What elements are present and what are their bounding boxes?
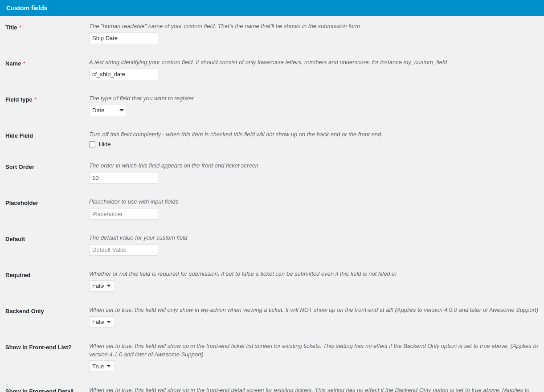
row-show-frontend-list: Show In Front-end List? When set to true… [0,336,544,380]
description-name: A text string identifying your custom fi… [89,58,540,67]
placeholder-input[interactable] [89,208,158,220]
panel-title: Custom fields [6,4,48,12]
custom-fields-form: Title * The "human readable" name of you… [0,16,544,392]
required-select[interactable]: False [89,280,114,292]
row-name: Name * A text string identifying your cu… [0,52,544,88]
default-input[interactable] [89,244,158,256]
description-required: Whether or not this field is required fo… [89,270,540,278]
required-asterisk: * [34,96,37,103]
title-input[interactable] [89,33,158,44]
description-placeholder: Placeholder to use with input fields [89,198,540,206]
label-placeholder: Placeholder [0,192,89,228]
label-title: Title * [0,16,89,52]
show-frontend-list-select[interactable]: True [89,360,114,372]
row-hide-field: Hide Field Turn off this field completel… [0,124,544,156]
row-show-frontend-detail: Show In Front-end Detail Screen? When se… [0,380,544,392]
required-asterisk: * [23,60,25,67]
description-backend-only: When set to true, this field will only s… [89,306,540,314]
row-title: Title * The "human readable" name of you… [0,16,544,52]
name-input[interactable] [89,69,158,80]
panel-header: Custom fields [0,0,544,16]
row-backend-only: Backend Only When set to true, this fiel… [0,300,544,336]
description-show-frontend-list: When set to true, this field will show u… [89,342,540,359]
hide-field-checkbox-label: Hide [99,141,111,147]
row-field-type: Field type * The type of field that you … [0,88,544,124]
label-show-frontend-list: Show In Front-end List? [0,336,89,380]
field-type-select[interactable]: Date [89,105,127,116]
description-field-type: The type of field that you want to regis… [89,94,540,103]
required-asterisk: * [19,24,21,31]
row-sort-order: Sort Order The order in which this field… [0,155,544,192]
sort-order-input[interactable] [89,172,158,184]
row-required: Required Whether or not this field is re… [0,264,544,300]
label-sort-order: Sort Order [0,155,89,192]
description-title: The "human readable" name of your custom… [89,22,540,31]
label-default: Default [0,228,89,264]
backend-only-select[interactable]: False [89,316,114,328]
hide-field-checkbox[interactable] [89,141,95,147]
label-backend-only: Backend Only [0,300,89,336]
row-placeholder: Placeholder Placeholder to use with inpu… [0,192,544,228]
label-show-frontend-detail: Show In Front-end Detail Screen? [0,380,89,392]
description-show-frontend-detail: When set to true, this field will show u… [89,386,540,392]
label-field-type: Field type * [0,88,89,124]
label-name: Name * [0,52,89,88]
label-required: Required [0,264,89,300]
row-default: Default The default value for your custo… [0,228,544,264]
description-default: The default value for your custom field [89,234,540,242]
description-sort-order: The order in which this field appears on… [89,162,540,170]
label-hide-field: Hide Field [0,124,89,156]
description-hide-field: Turn off this field completely - when th… [89,131,540,139]
